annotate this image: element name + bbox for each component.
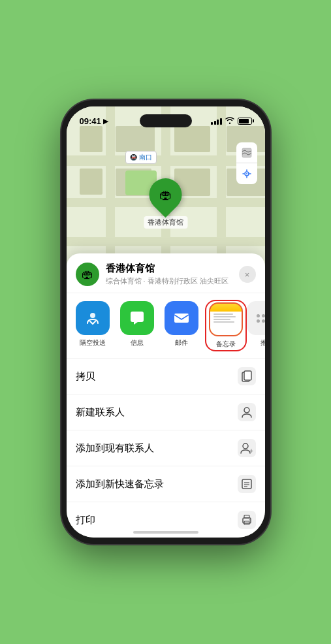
place-subtitle: 综合体育馆 · 香港特别行政区 油尖旺区: [106, 276, 232, 286]
add-notes-icon: [238, 475, 256, 493]
add-existing-icon: +: [238, 439, 256, 457]
action-add-notes[interactable]: 添加到新快速备忘录: [67, 466, 265, 502]
svg-rect-20: [174, 314, 189, 323]
place-header: 🏟 香港体育馆 综合体育馆 · 香港特别行政区 油尖旺区 ×: [67, 253, 265, 293]
new-contact-svg: [241, 406, 253, 418]
copy-svg: [242, 370, 252, 382]
place-label-text: 南口: [139, 153, 152, 162]
map-type-button[interactable]: [236, 142, 257, 163]
mail-icon: [165, 301, 198, 335]
status-icons: [211, 117, 252, 125]
svg-point-19: [90, 313, 95, 318]
mail-svg: [172, 308, 191, 328]
pin-circle: 🏟: [142, 172, 189, 218]
signal-bars-icon: [211, 118, 222, 125]
print-icon: [238, 511, 256, 529]
svg-rect-11: [80, 169, 102, 195]
add-notes-label: 添加到新快速备忘录: [76, 478, 238, 491]
signal-bar-2: [214, 121, 216, 125]
stadium-icon: 🏟: [159, 187, 172, 202]
svg-point-24: [243, 443, 248, 449]
share-mail[interactable]: 邮件: [162, 301, 201, 347]
dynamic-island: [140, 114, 192, 127]
copy-label: 拷贝: [76, 370, 238, 383]
svg-rect-16: [242, 148, 251, 157]
share-airdrop[interactable]: 隔空投送: [73, 301, 112, 347]
svg-rect-26: [242, 479, 251, 489]
time-label: 09:41: [80, 116, 101, 126]
battery-fill: [239, 119, 249, 123]
share-notes[interactable]: 备忘录: [206, 301, 245, 350]
location-button[interactable]: [236, 163, 257, 184]
svg-rect-31: [244, 515, 249, 518]
place-name: 香港体育馆: [106, 263, 232, 275]
map-type-icon: [242, 148, 252, 158]
action-add-existing[interactable]: 添加到现有联系人 +: [67, 430, 265, 466]
more-label: 推: [260, 338, 265, 347]
status-time: 09:41 ▶: [80, 116, 108, 126]
notes-icon: [209, 302, 243, 336]
signal-bar-1: [211, 122, 213, 125]
signal-bar-4: [220, 118, 222, 125]
navigation-arrow: ▶: [103, 118, 108, 125]
bottom-sheet: 🏟 香港体育馆 综合体育馆 · 香港特别行政区 油尖旺区 ×: [67, 253, 265, 538]
notes-label: 备忘录: [216, 340, 236, 349]
pin-label: 香港体育馆: [144, 216, 187, 229]
new-contact-label: 新建联系人: [76, 406, 238, 419]
svg-point-33: [249, 519, 250, 521]
add-existing-label: 添加到现有联系人: [76, 442, 238, 455]
close-button[interactable]: ×: [239, 266, 256, 283]
action-new-contact[interactable]: 新建联系人: [67, 394, 265, 430]
print-svg: [241, 514, 253, 526]
svg-point-23: [244, 408, 249, 413]
svg-point-18: [246, 173, 247, 174]
battery-icon: [238, 118, 252, 125]
add-existing-svg: +: [240, 442, 253, 454]
map-place-label: 🚇 南口: [125, 151, 157, 164]
map-controls: [236, 142, 257, 184]
messages-icon: [120, 301, 154, 335]
signal-bar-3: [217, 120, 219, 125]
new-contact-icon: [238, 403, 256, 421]
more-icon: [247, 301, 265, 335]
location-pin: 🏟 香港体育馆: [144, 178, 187, 229]
home-indicator: [133, 531, 198, 534]
notes-lines: [210, 312, 242, 335]
place-info: 香港体育馆 综合体育馆 · 香港特别行政区 油尖旺区: [106, 263, 232, 286]
add-notes-svg: [241, 478, 253, 490]
location-icon: [242, 169, 251, 178]
share-row: 隔空投送 信息: [67, 293, 265, 359]
messages-svg: [127, 308, 147, 328]
airdrop-label: 隔空投送: [80, 338, 106, 347]
metro-icon: 🚇: [130, 154, 137, 161]
phone-screen: 09:41 ▶: [67, 106, 265, 538]
wifi-icon: [225, 117, 234, 125]
share-more[interactable]: 推: [251, 301, 265, 347]
phone-frame: 09:41 ▶: [61, 100, 270, 544]
airdrop-icon: [76, 301, 110, 335]
mail-label: 邮件: [175, 338, 188, 347]
svg-rect-22: [244, 371, 251, 380]
place-icon: 🏟: [76, 263, 99, 286]
messages-label: 信息: [131, 338, 144, 347]
copy-icon: [238, 367, 256, 385]
venue-icon: 🏟: [82, 268, 93, 282]
svg-text:+: +: [249, 447, 253, 454]
action-copy[interactable]: 拷贝: [67, 359, 265, 394]
print-label: 打印: [76, 514, 238, 526]
share-messages[interactable]: 信息: [118, 301, 157, 347]
airdrop-svg: [84, 309, 102, 327]
